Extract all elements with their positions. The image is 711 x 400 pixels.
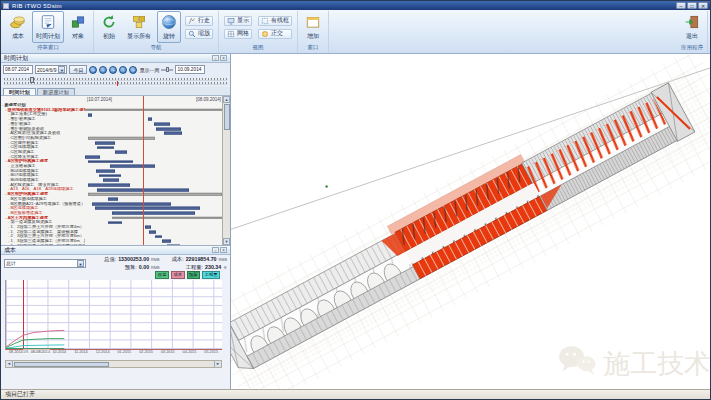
nav-prev-icon[interactable]: ‹ (99, 66, 107, 74)
gantt-bar[interactable] (88, 113, 92, 116)
axis-point (325, 185, 327, 187)
pin-icon[interactable] (212, 55, 219, 61)
today-button[interactable]: 今日 (69, 65, 87, 74)
gantt-bar[interactable] (103, 179, 119, 182)
zoom-slider[interactable] (161, 69, 173, 71)
gantt-bar[interactable] (88, 160, 133, 163)
gantt-bar[interactable] (154, 123, 170, 126)
tab-new-schedule[interactable]: 新进度计划 (37, 88, 75, 95)
ribbon-small-column: 行走缩放 (183, 11, 215, 43)
scroll-left-icon[interactable] (6, 361, 13, 367)
start-date-input[interactable] (3, 65, 33, 74)
gantt-bar[interactable] (148, 118, 152, 121)
ribbon-group-label: 导航 (97, 43, 215, 53)
add-window-button[interactable]: 增加 (301, 11, 325, 43)
legend-chip[interactable]: 工程量 (202, 271, 220, 279)
scroll-thumb[interactable] (224, 104, 230, 130)
gantt-bar[interactable] (95, 207, 200, 210)
gantt-vertical-scrollbar[interactable] (222, 96, 230, 245)
close-button[interactable] (698, 2, 708, 9)
ribbon-group-label: 视图 (222, 43, 294, 53)
stat-unit: RMB (151, 258, 159, 262)
gantt-bar[interactable] (108, 221, 122, 224)
timeline-strip-bottom[interactable] (4, 82, 227, 85)
gantt-bar[interactable] (156, 127, 181, 130)
gantt-bar[interactable] (88, 137, 155, 139)
gantt-bar[interactable] (112, 212, 194, 215)
show-all-button[interactable]: 显示所有 (123, 11, 155, 43)
nav-next-icon[interactable]: › (119, 66, 127, 74)
x-axis-label: 04.2015 (179, 350, 201, 357)
gantt-bar[interactable] (149, 231, 156, 234)
legend-chip[interactable]: 预算 (187, 271, 201, 279)
pin-icon[interactable] (212, 247, 219, 253)
close-icon[interactable] (220, 55, 227, 61)
model-3d[interactable]: 施工技术 (231, 54, 710, 391)
schedule-panel-title: 时间计划 (4, 54, 211, 63)
gantt-bar[interactable] (88, 184, 130, 187)
scroll-thumb[interactable] (14, 362, 109, 367)
gantt-bar[interactable] (85, 156, 100, 159)
scroll-up-icon[interactable] (223, 96, 230, 103)
window-title: RIB iTWO 5Dsim (12, 3, 676, 9)
refresh-button[interactable]: 初始 (97, 11, 121, 43)
gantt-bar[interactable] (145, 226, 150, 229)
grid-button[interactable]: 网格 (224, 29, 252, 39)
cost-curve (6, 345, 64, 348)
nav-last-icon[interactable]: » (129, 66, 137, 74)
nav-play-icon[interactable]: • (109, 66, 117, 74)
display-icon (227, 17, 235, 25)
gantt-row[interactable]: 1、3段第四层土方开挖（钢支撑分段施工） (1, 244, 222, 245)
display-button[interactable]: 显示 (224, 16, 252, 26)
scroll-right-icon[interactable] (214, 361, 221, 367)
ribbon-button-label: 旋转 (163, 32, 175, 41)
schedule-button[interactable]: 时间计划 (32, 11, 64, 43)
gantt-bar[interactable] (99, 174, 121, 177)
end-date-input[interactable] (175, 65, 205, 74)
walk-button[interactable]: 行走 (185, 16, 213, 26)
gantt-bar[interactable] (95, 141, 116, 144)
minimize-button[interactable] (676, 2, 686, 9)
gantt-bar[interactable] (85, 109, 222, 111)
cost-chart[interactable] (5, 280, 222, 350)
legend-chip[interactable]: 成本 (171, 271, 185, 279)
viewport-3d[interactable]: 施工技术 (231, 54, 710, 389)
gantt-bar[interactable] (164, 132, 182, 135)
coins-button[interactable]: 成本 (6, 11, 30, 43)
gantt-bar[interactable] (96, 170, 115, 173)
gantt-bar[interactable] (88, 193, 222, 195)
chart-horizontal-scrollbar[interactable] (5, 360, 222, 368)
gantt-bar[interactable] (97, 146, 113, 149)
ribbon-button-row: 退出 (680, 11, 704, 43)
gantt-chart[interactable]: [10.07.2014] [08.09.2014] 新进度计划徐州地铁轨道交通9… (1, 96, 230, 245)
cost-scope-combo[interactable]: 总计 ▼ (4, 259, 86, 268)
gantt-bar[interactable] (115, 151, 127, 154)
gantt-bar[interactable] (92, 202, 171, 205)
gantt-bar[interactable] (108, 198, 118, 201)
legend-chip[interactable]: 收益 (155, 271, 169, 279)
ribbon-group: 显示网格有线框正交视图 (219, 11, 298, 53)
gantt-bar[interactable] (112, 217, 222, 219)
ribbon-button-label: 退出 (686, 32, 698, 41)
ortho-button[interactable]: 正交 (258, 29, 292, 39)
excavation-model[interactable] (231, 54, 710, 391)
period-combo[interactable]: 2014/6/9 ▼ (35, 65, 67, 74)
schedule-icon (40, 14, 56, 30)
magnifier-button[interactable]: 缩放 (185, 29, 213, 39)
timeline-strip-top[interactable] (4, 78, 227, 81)
gantt-bar[interactable] (162, 240, 172, 243)
cubes-button[interactable]: 对象 (66, 11, 90, 43)
maximize-button[interactable] (687, 2, 697, 9)
close-icon[interactable] (220, 247, 227, 253)
timeline-thumb[interactable] (30, 77, 34, 83)
scroll-down-icon[interactable] (223, 238, 230, 245)
tab-schedule[interactable]: 时间计划 (3, 88, 36, 95)
globe-button[interactable]: 旋转 (157, 11, 181, 43)
ribbon-button-row: 显示网格有线框正交 (222, 11, 294, 43)
exit-button[interactable]: 退出 (680, 11, 704, 43)
nav-first-icon[interactable]: « (89, 66, 97, 74)
x-axis-label: 12.2014 (92, 350, 114, 357)
gantt-bar[interactable] (155, 235, 162, 238)
gantt-bar[interactable] (110, 165, 155, 168)
wireframe-button[interactable]: 有线框 (258, 16, 292, 26)
